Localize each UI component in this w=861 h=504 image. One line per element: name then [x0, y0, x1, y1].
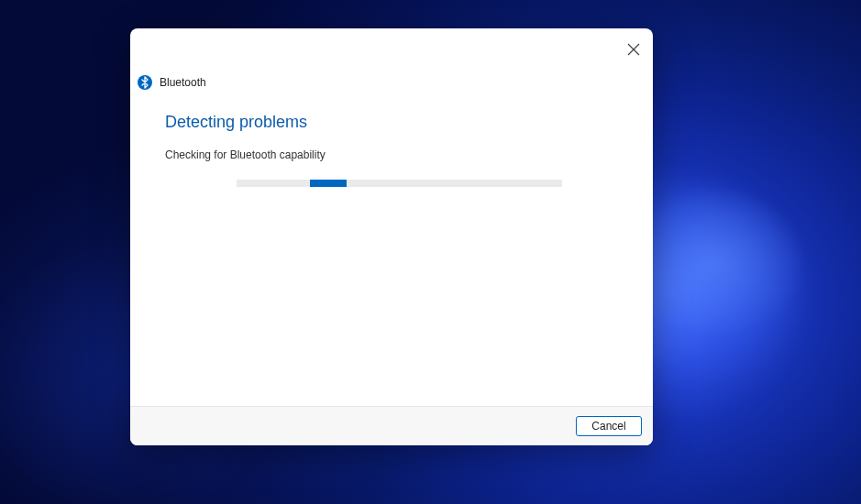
dialog-header: [130, 28, 653, 63]
cancel-button[interactable]: Cancel: [576, 416, 642, 436]
dialog-title: Bluetooth: [160, 76, 206, 89]
dialog-content: Detecting problems Checking for Bluetoot…: [130, 89, 653, 406]
status-text: Checking for Bluetooth capability: [165, 148, 618, 161]
title-row: Bluetooth: [130, 63, 653, 89]
progress-chunk: [310, 180, 347, 187]
bluetooth-icon: [138, 75, 152, 90]
close-icon: [627, 43, 640, 59]
progress-bar: [237, 180, 562, 187]
close-button[interactable]: [627, 43, 640, 56]
dialog-footer: Cancel: [130, 406, 653, 445]
content-heading: Detecting problems: [165, 113, 618, 132]
troubleshooter-dialog: Bluetooth Detecting problems Checking fo…: [130, 28, 653, 445]
